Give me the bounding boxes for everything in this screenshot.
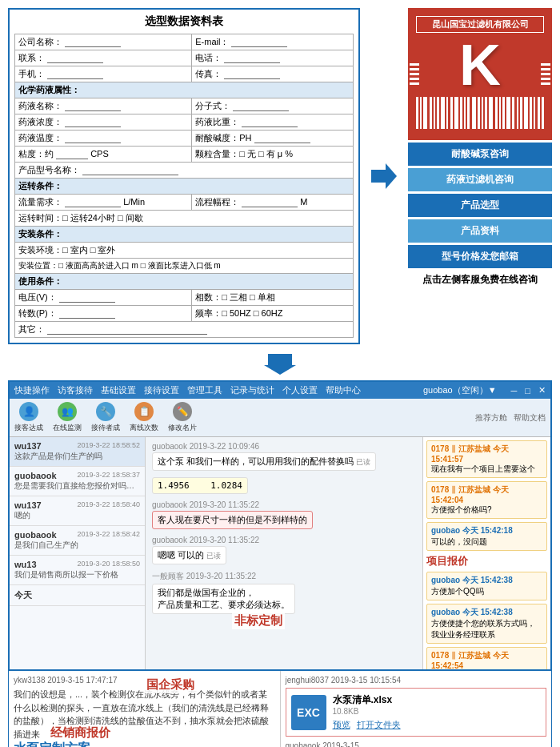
bottom-left-msg: 我们的设想是，...，装个检测仪在流水线旁，有个类似针的或者某什么以检测的探头，…: [14, 688, 275, 741]
right-msg-4: guobao 今天 15:42:38 方便加个QQ吗: [426, 572, 547, 600]
specific-gravity-field: 药液比重：: [192, 114, 354, 131]
search-doc-btn[interactable]: 帮助文档: [514, 412, 546, 424]
middle-arrow: [0, 348, 560, 380]
ph-field: 耐酸碱度：PH: [192, 131, 354, 147]
msg-bubble-4: 嗯嗯 可以的 已读: [152, 546, 226, 564]
phase-field: 相数：□ 三相 □ 单相: [192, 290, 354, 306]
form-title: 选型数据资料表: [14, 14, 354, 29]
install-pos-field: 安装位置：□ 液面高高於进入口 m □ 液面比泵进入口低 m: [15, 259, 354, 274]
concentration-field: 药液浓度：: [15, 114, 192, 131]
nav-mingpian[interactable]: ✏️ 修改名片: [168, 402, 197, 433]
flow-rate-field: 流量需求： L/Min: [15, 195, 192, 211]
conv-item-today[interactable]: 今天: [10, 585, 145, 606]
msg-bubble-5: 我们都是做国有企业的，产品质量和工艺、要求必须达标。: [152, 584, 295, 614]
bottom-left: ykw3138 2019-3-15 17:47:17 我们的设想是，...，装个…: [9, 671, 281, 747]
viscosity-field: 粘度：约 CPS: [15, 147, 192, 163]
toolbar-bangzhu[interactable]: 帮助中心: [326, 384, 361, 396]
running-cond-header: 运转条件：: [15, 179, 354, 195]
chat-body: wu137 2019-3-22 18:58:52 这款产品是你们生产的吗 guo…: [10, 437, 550, 669]
logo-letter: K: [416, 36, 544, 94]
flow-temp-field: 药液温度：: [15, 131, 192, 147]
right-msg-1: 0178 ‖ 江苏盐城 今天 15:41:57 现在我有一个项目上需要这个: [426, 440, 547, 478]
svg-marker-1: [264, 354, 296, 375]
form-table: 公司名称： E-mail： 联系： 电话：: [14, 34, 354, 338]
chat-toolbar: 快捷操作 访客接待 基础设置 接待设置 管理工具 记录与统计 个人设置 帮助中心…: [10, 382, 550, 399]
company-field: 公司名称：: [15, 34, 192, 50]
barcode: [416, 97, 544, 129]
preview-link[interactable]: 预览: [333, 719, 350, 731]
file-icon: EXC: [291, 695, 326, 730]
conv-item-guobaook[interactable]: guobaook 2019-3-22 18:58:37 您是需要我们直接给您报价…: [10, 467, 145, 496]
file-actions: 预览 打开文件夹: [333, 719, 542, 731]
nav-zaixian[interactable]: 👥 在线监测: [53, 402, 82, 433]
open-folder-link[interactable]: 打开文件夹: [357, 719, 401, 731]
toolbar-kuaijie[interactable]: 快捷操作: [14, 384, 50, 396]
hz-field: 频率：□ 50HZ □ 60HZ: [192, 306, 354, 322]
drug-name-field: 药液名称：: [15, 98, 192, 114]
conv-list: wu137 2019-3-22 18:58:52 这款产品是你们生产的吗 guo…: [10, 437, 146, 669]
email-field: E-mail：: [192, 34, 354, 50]
nav-icon-2: 👥: [58, 402, 77, 421]
rpm-field: 转数(P)：: [15, 306, 192, 322]
right-panel: 昆山国宝过滤机有限公司 K: [408, 8, 552, 287]
product-select-btn[interactable]: 产品选型: [408, 194, 552, 217]
logo-left-bars: [410, 10, 419, 139]
toolbar-guanli[interactable]: 管理工具: [187, 384, 222, 396]
msg-bubble-1: 这个泵 和我们一样的，可以用用我们的配件替换吗 已读: [152, 452, 376, 471]
right-msg-6: 0178 ‖ 江苏盐城 今天 15:42:54 159!: [426, 647, 547, 669]
nav-jiedaichengji[interactable]: 👤 接客达成: [14, 402, 43, 433]
run-time-field: 运转时间：□ 运转24小时 □ 间歇: [15, 211, 354, 227]
msg-block-2: 1.4956 1.0284: [152, 477, 416, 494]
conv-item-wu137[interactable]: wu137 2019-3-22 18:58:52 这款产品是你们生产的吗: [10, 437, 145, 467]
user-status[interactable]: guobao（空闲）▼: [423, 384, 497, 396]
conv-item-wu13[interactable]: wu13 2019-3-20 18:58:50 我们是销售商所以报一下价格: [10, 556, 145, 585]
menu-buttons: 耐酸碱泵咨询 药液过滤机咨询 产品选型 产品资料 型号价格发您邮箱: [408, 143, 552, 268]
nav-icon-5: ✏️: [173, 402, 192, 421]
file-name: 水泵清单.xlsx: [333, 693, 542, 707]
install-cond-header: 安装条件：: [15, 227, 354, 243]
range-field: 流程幅程： M: [192, 195, 354, 211]
chat-right-icons: 推荐方舱 帮助文档: [475, 412, 546, 424]
conv-item-guobaook2[interactable]: guobaook 2019-3-22 18:58:42 是我们自己生产的: [10, 526, 145, 556]
nav-jiedaizhe[interactable]: 🔧 接待者成: [91, 402, 120, 433]
values-bubble: 1.4956 1.0284: [152, 477, 248, 494]
msg-block-4: guobaook 2019-3-20 11:35:22 嗯嗯 可以的 已读: [152, 536, 416, 564]
recommend-btn[interactable]: 推荐方舱: [475, 412, 507, 424]
form-panel: 选型数据资料表 公司名称： E-mail： 联系： 电话：: [8, 8, 360, 344]
file-box: EXC 水泵清单.xlsx 10.8KB 预览 打开文件夹: [286, 688, 547, 737]
toolbar-fangke[interactable]: 访客接待: [58, 384, 93, 396]
bottom-right-header: jenghui8037 2019-3-15 10:15:54: [286, 676, 547, 685]
max-btn[interactable]: □: [525, 386, 530, 396]
product-info-btn[interactable]: 产品资料: [408, 219, 552, 243]
phone-field: 电话：: [192, 50, 354, 66]
min-btn[interactable]: ─: [511, 386, 518, 396]
install-env-field: 安装环境：□ 室内 □ 室外: [15, 243, 354, 259]
toolbar-jilu[interactable]: 记录与统计: [230, 384, 274, 396]
conv-item-wu137-2[interactable]: wu137 2019-3-22 18:58:40 嗯的: [10, 496, 145, 526]
arrow-right: [368, 162, 400, 191]
down-arrow-icon: [264, 352, 296, 376]
nav-icon-3: 🔧: [96, 402, 115, 421]
nav-lixian[interactable]: 📋 离线次数: [130, 402, 158, 433]
right-arrow-icon: [370, 162, 398, 191]
acid-consult-btn[interactable]: 耐酸碱泵咨询: [408, 143, 552, 166]
chat-nav: 👤 接客达成 👥 在线监测 🔧 接待者成 📋 离线次数 ✏️ 修改名片 推荐方舱: [10, 399, 550, 437]
molecule-field: 分子式：: [192, 98, 354, 114]
particle-field: 颗粒含量：□ 无 □ 有 μ %: [192, 147, 354, 163]
toolbar-geren[interactable]: 个人设置: [282, 384, 318, 396]
toolbar-jiedai[interactable]: 接待设置: [144, 384, 179, 396]
bottom-left-header: ykw3138 2019-3-15 17:47:17: [14, 676, 275, 685]
fax-field: 传真：: [192, 66, 354, 82]
msg-block-3: guobaook 2019-3-20 11:35:22 客人现在要尺寸一样的但是…: [152, 500, 416, 529]
email-price-btn[interactable]: 型号价格发您邮箱: [408, 245, 552, 268]
filter-consult-btn[interactable]: 药液过滤机咨询: [408, 168, 552, 191]
file-size: 10.8KB: [333, 707, 542, 716]
logo-right-bars: [541, 10, 550, 139]
toolbar-jichu[interactable]: 基础设置: [101, 384, 136, 396]
bottom-section: ykw3138 2019-3-15 17:47:17 我们的设想是，...，装个…: [8, 671, 552, 747]
chem-props-header: 化学药液属性：: [15, 82, 354, 98]
msg-block-1: guobaook 2019-3-22 10:09:46 这个泵 和我们一样的，可…: [152, 442, 416, 471]
chat-section: 快捷操作 访客接待 基础设置 接待设置 管理工具 记录与统计 个人设置 帮助中心…: [8, 380, 552, 671]
chat-messages: guobaook 2019-3-22 10:09:46 这个泵 和我们一样的，可…: [146, 437, 422, 669]
close-btn[interactable]: ✕: [538, 385, 546, 396]
